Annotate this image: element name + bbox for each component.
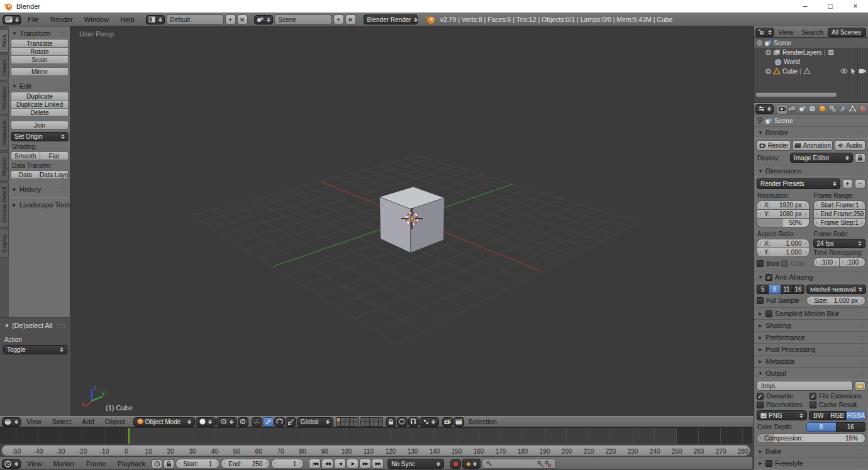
layer-toggle[interactable] [350, 418, 353, 422]
sampled-motion-blur-panel-header[interactable]: ►Sampled Motion Blur:::: [754, 307, 868, 319]
channel-rgba[interactable]: RGBA [846, 411, 865, 420]
pivot-align-toggle[interactable] [238, 417, 248, 427]
outliner-row-scene[interactable]: − Scene [754, 38, 868, 48]
tab-object-data[interactable] [848, 104, 857, 114]
layer-toggle[interactable] [365, 422, 369, 426]
channel-bw[interactable]: BW [809, 411, 828, 420]
layer-toggle[interactable] [337, 418, 340, 422]
auto-keying-dropdown[interactable]: ◆ [462, 459, 481, 469]
panel-grip-icon[interactable]: :::: [58, 30, 67, 37]
start-frame-field[interactable]: Start: 1 [175, 459, 220, 469]
menu-view[interactable]: View [21, 418, 47, 425]
translate-manipulator-button[interactable] [263, 417, 274, 427]
aa-samples-5[interactable]: 5 [757, 285, 769, 294]
tab-object[interactable] [818, 104, 827, 114]
pivot-center-dropdown[interactable] [216, 417, 237, 427]
menu-object[interactable]: Object [100, 418, 130, 425]
data-button[interactable]: Data [11, 170, 40, 179]
tab-tools[interactable]: Tools [0, 29, 9, 53]
remove-preset-button[interactable]: − [855, 179, 865, 189]
disclosure-icon[interactable]: + [765, 68, 771, 74]
transform-orientation-dropdown[interactable]: Global [297, 417, 333, 427]
tab-world[interactable] [808, 104, 817, 114]
join-button[interactable]: Join [11, 121, 69, 129]
editor-type-button-3dview[interactable] [2, 417, 21, 427]
panel-grip-icon[interactable]: :::: [857, 334, 867, 341]
outliner-display-dropdown[interactable]: All Scenes [828, 28, 866, 37]
tab-grease-pencil[interactable]: Grease Pencil [0, 182, 9, 227]
viewport-canvas[interactable] [70, 26, 754, 416]
editor-type-button-timeline[interactable] [2, 459, 21, 469]
next-keyframe-button[interactable]: ▶▶ [359, 459, 371, 469]
antialiasing-checkbox[interactable]: ✓ [765, 274, 772, 281]
end-frame-field[interactable]: End Frame:250 [813, 209, 866, 219]
tab-render[interactable] [777, 104, 787, 114]
snap-toggle[interactable] [408, 417, 419, 427]
layer-toggle[interactable] [374, 418, 378, 422]
render-presets-dropdown[interactable]: Render Presets [757, 178, 840, 189]
aspect-x-field[interactable]: X:1.000 [757, 239, 810, 248]
close-button[interactable]: × [843, 0, 868, 12]
resolution-x-field[interactable]: X:1920 px [757, 200, 810, 210]
layer-toggle[interactable] [370, 422, 374, 426]
tab-modifiers[interactable] [838, 104, 847, 114]
duplicate-button[interactable]: Duplicate [11, 92, 69, 101]
menu-view-timeline[interactable]: View [22, 460, 47, 467]
aspect-y-field[interactable]: Y:1.000 [757, 248, 810, 257]
panel-grip-icon[interactable]: :::: [58, 83, 67, 90]
placeholders-checkbox[interactable]: Placeholders [757, 402, 808, 408]
flat-button[interactable]: Flat [40, 151, 69, 160]
menu-add[interactable]: Add [77, 418, 99, 425]
scale-manipulator-button[interactable] [286, 417, 296, 427]
jump-to-start-button[interactable]: |◀◀ [309, 459, 321, 469]
opengl-render-still-button[interactable] [442, 417, 453, 427]
remap-old-field[interactable]: :100 [813, 258, 840, 267]
outliner-scrollbar[interactable] [755, 92, 837, 97]
output-panel-header[interactable]: ▼Output:::: [754, 367, 868, 379]
editor-type-button-properties[interactable] [755, 104, 774, 114]
tab-constraints[interactable] [828, 104, 837, 114]
play-button[interactable]: ▶ [347, 459, 359, 469]
sync-dropdown[interactable]: No Sync [387, 459, 444, 469]
maximize-button[interactable]: □ [818, 0, 843, 12]
delete-button[interactable]: Delete [11, 108, 69, 117]
full-sample-checkbox[interactable]: Full Sample [757, 297, 804, 304]
render-audio-button[interactable]: Audio [835, 140, 865, 151]
panel-grip-icon[interactable]: :::: [857, 322, 867, 329]
delete-scene-button[interactable]: ✕ [345, 14, 356, 25]
freestyle-checkbox[interactable] [765, 460, 772, 467]
timeline-scrollbar[interactable]: -50-40-30-20-100102030405060708090100110… [0, 444, 752, 457]
renderability-camera-icon[interactable] [859, 68, 866, 74]
viewport-3d[interactable]: User Persp z y x (1) Cube [70, 26, 754, 416]
layer-toggle[interactable] [374, 422, 378, 426]
outliner-row-cube[interactable]: + Cube | [754, 67, 868, 76]
data-layout-button[interactable]: Data Layo [40, 170, 69, 179]
file-format-dropdown[interactable]: PNG [757, 410, 807, 420]
layer-toggle[interactable] [361, 422, 365, 426]
outliner-row-renderlayers[interactable]: + RenderLayers | [754, 48, 868, 57]
editor-type-button-outliner[interactable] [755, 28, 774, 37]
landscape-tools-panel-header[interactable]: ►Landscape Tools:::: [11, 199, 69, 210]
cache-result-checkbox[interactable]: Cache Result [810, 402, 865, 408]
delete-layout-button[interactable]: ✕ [237, 14, 248, 25]
translate-button[interactable]: Translate [11, 39, 69, 48]
layer-toggle[interactable] [345, 422, 349, 426]
post-processing-panel-header[interactable]: ►Post Processing:::: [754, 343, 868, 355]
layer-toggle[interactable] [379, 422, 382, 426]
end-frame-field[interactable]: End: 250 [221, 459, 270, 469]
layout-name-field[interactable]: Default [166, 14, 224, 25]
outliner-row-world[interactable]: World [754, 57, 868, 67]
rotate-button[interactable]: Rotate [11, 47, 69, 56]
scene-icon-button[interactable] [254, 15, 273, 25]
depth-8[interactable]: 8 [806, 422, 837, 432]
menu-file[interactable]: File [23, 16, 44, 23]
frame-step-field[interactable]: Frame Step:1 [813, 218, 866, 227]
panel-grip-icon[interactable]: :::: [58, 186, 67, 193]
play-reverse-button[interactable]: ◀ [334, 459, 346, 469]
aa-samples-8[interactable]: 8 [769, 285, 781, 294]
record-button[interactable] [450, 459, 461, 469]
resolution-scale-slider[interactable]: 50% [757, 218, 810, 227]
resolution-y-field[interactable]: Y:1080 px [757, 209, 810, 219]
deselect-all-panel-header[interactable]: ▼(De)select All:::: [3, 320, 67, 331]
mirror-button[interactable]: Mirror [11, 67, 69, 76]
